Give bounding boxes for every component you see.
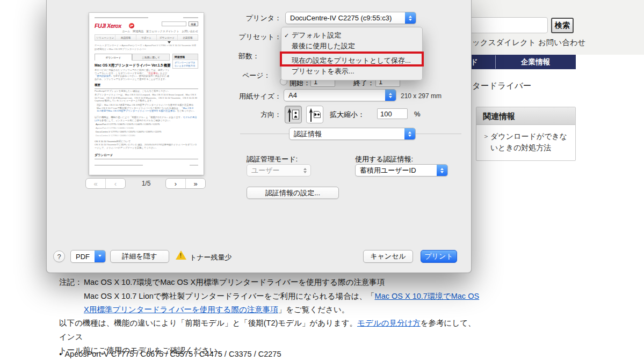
auth-mode-label: 認証管理モード: <box>247 154 298 164</box>
paper-size-label: 用紙サイズ： <box>206 92 281 101</box>
active-tab-marker-icon <box>168 41 171 43</box>
updown-chevrons-icon <box>405 12 416 24</box>
related-info-link[interactable]: ＞ ダウンロードができないときの対処方法 <box>483 131 569 153</box>
updown-chevrons-icon <box>300 165 310 176</box>
auth-credential-label: 使用する認証情報: <box>355 154 413 164</box>
preview-breadcrumb-bar <box>95 17 148 18</box>
page-title: タードライバー <box>472 80 531 92</box>
print-button[interactable]: プリント <box>421 250 457 263</box>
paper-size-select[interactable]: A4 <box>284 89 396 101</box>
menu-item-show-presets[interactable]: プリセットを表示... <box>281 66 422 77</box>
paper-dimensions: 210 x 297 mm <box>401 92 442 100</box>
preview-search-button: 検索 <box>189 21 198 26</box>
printer-label: プリンタ： <box>206 13 281 23</box>
menu-item-last-used-settings[interactable]: 最後に使用した設定 <box>281 41 422 51</box>
preview-footer-page-bar <box>190 165 198 166</box>
print-preview-page: FUJI Xerox 検索 ホーム 関連商品 富士ゼロックスダイレクト お問い合… <box>89 13 204 175</box>
preview-model-3: DocuCentre-V C7775 / C6675 / C5575 / C44… <box>96 130 161 134</box>
copies-label: 部数： <box>238 51 259 61</box>
preview-models-intro: 以下の機種は、機能の違いにより「前期モデル」と「後期(T2)モデル」があります。… <box>95 116 198 122</box>
model-bullet-line: ●ApeosPort-V C7775 / C6675 / C5575 / C44… <box>59 348 483 361</box>
preview-overview-line: PostScript®オプションを追加したい場合は、こちらをご利用ください。 <box>95 90 198 93</box>
preview-tab-strip: ソリューション商品情報サポートダウンロード企業情報 <box>95 34 198 41</box>
updown-chevrons-icon <box>385 90 396 101</box>
checkmark-icon: ✓ <box>284 30 289 41</box>
help-button[interactable]: ? <box>53 251 65 262</box>
menu-item-default-settings[interactable]: ✓ デフォルト設定 <box>281 30 422 41</box>
scale-input[interactable] <box>377 108 408 119</box>
settings-pane-select[interactable]: 認証情報 <box>289 128 416 140</box>
preview-yosemite-body: OS X 10.10 Yosemiteでご利用いただいた場合、2014年10月1… <box>95 143 198 149</box>
related-info-box: 関連情報 ＞ ダウンロードができないときの対処方法 <box>476 107 576 161</box>
preset-label: プリセット： <box>206 32 281 42</box>
preview-search-input <box>162 21 186 26</box>
updown-chevrons-icon <box>404 128 415 139</box>
print-dialog: FUJI Xerox 検索 ホーム 関連商品 富士ゼロックスダイレクト お問い合… <box>46 0 472 273</box>
orientation-label: 方向： <box>206 110 281 120</box>
fuji-xerox-logo: FUJI Xerox <box>95 23 121 29</box>
bullet-icon: ● <box>59 351 62 357</box>
annotation-highlight-box <box>280 51 424 67</box>
nav-item-download[interactable]: ド <box>471 57 478 67</box>
preview-footer-url-bar <box>95 165 143 166</box>
landscape-icon <box>308 107 321 122</box>
preview-topright-bar <box>183 17 198 18</box>
notes-line-1: Mac OS X 10.7環境でMac OS X用標準プリンタードライバーを使用… <box>84 276 479 290</box>
preview-intro: 本サービスに登録されたソフトウェアのご利用に際しては、提供ソフトウェアをいいます… <box>95 69 170 80</box>
preview-nav-links: ホーム 関連商品 富士ゼロックスダイレクト お問い合わせ <box>122 30 198 33</box>
chevron-right-icon: ＞ <box>483 131 489 142</box>
models-line-1: 以下の機種は、機能の違いにより「前期モデル」と「後期(T2)モデル」があります。… <box>59 316 483 344</box>
landscape-orientation-button[interactable] <box>306 106 323 123</box>
hide-details-button[interactable]: 詳細を隠す <box>110 250 169 263</box>
preview-tab-usage: ご利用に際して <box>132 54 170 61</box>
notes-link-2[interactable]: X用標準プリンタードライバーを使用する際の注意事項 <box>84 305 278 314</box>
site-search-button[interactable]: 検索 <box>551 18 574 33</box>
next-page-button[interactable]: › <box>166 179 185 188</box>
link-xerox-direct[interactable]: ックスダイレクト <box>472 38 536 48</box>
portrait-icon <box>287 107 300 122</box>
link-contact[interactable]: お問い合わせ <box>538 38 585 48</box>
first-page-button[interactable]: « <box>86 179 105 188</box>
preview-os-list: 本プリンタードライバーは、Mac OS X 10.5 Leopard、Mac O… <box>95 93 198 102</box>
preview-pager-forward-group: › » <box>165 178 206 189</box>
preview-related-box: 関連情報 ダウンロードができないときの対処方法 <box>172 54 198 69</box>
portrait-orientation-button[interactable] <box>285 106 302 123</box>
chevron-down-icon <box>95 251 105 262</box>
last-page-button[interactable]: » <box>185 179 205 188</box>
notes-block: 注記： Mac OS X 10.7環境でMac OS X用標準プリンタードライバ… <box>59 276 483 317</box>
model-guide-link[interactable]: モデルの見分け方 <box>357 319 421 327</box>
preview-download-heading: ダウンロード <box>95 153 198 159</box>
pdf-menu-button[interactable]: PDF <box>70 250 106 263</box>
warning-icon <box>176 251 186 260</box>
cancel-button[interactable]: キャンセル <box>363 250 413 263</box>
nav-item-corporate[interactable]: 企業情報 <box>495 57 576 67</box>
preview-tab-download: ダウンロード <box>95 54 132 61</box>
printer-select[interactable]: DocuCentre-IV C2275 (c9:55:c3) <box>285 12 416 24</box>
previous-page-button[interactable]: ‹ <box>105 179 125 188</box>
auth-credential-select[interactable]: 蓄積用ユーザーID <box>355 164 448 176</box>
page-indicator: 1/5 <box>127 180 165 187</box>
auth-settings-button[interactable]: 認証情報の設定... <box>247 187 339 199</box>
preview-note: 注記： Mac OS X 10.7環境でMac OS X用標準プリンタードライバ… <box>97 104 198 113</box>
pages-label: ページ： <box>242 71 271 80</box>
preview-model-1: ApeosPort-V C7775 / C6675 / C5575 / C447… <box>96 123 160 127</box>
preview-overview-heading: 概要 <box>95 83 198 89</box>
preview-model-2: ApeosPort-V C7780 / C6680 / C5580 <box>96 127 134 130</box>
site-search-input[interactable] <box>465 17 548 33</box>
notes-line-3: X用標準プリンタードライバーを使用する際の注意事項」をご覧ください。 <box>84 303 479 317</box>
preview-doc-title: Mac OS X用プリンタードライバー Ver.1.5 概要 <box>95 63 171 68</box>
preview-pager-back-group: « ‹ <box>85 178 126 189</box>
fuji-xerox-logo-ball-icon <box>129 23 134 28</box>
updown-chevrons-icon <box>437 165 447 176</box>
scale-label: 拡大縮小： <box>330 110 365 120</box>
related-info-title: 関連情報 <box>476 107 575 125</box>
toner-warning-text: トナー残量少 <box>190 253 232 262</box>
preview-model-4: DocuCentre-V C7780 / C6680 / C5580 <box>96 134 135 138</box>
notes-line-2: Mac OS X 10.7 Lionで弊社製プリンタードライバーをご利用になられ… <box>84 290 479 304</box>
notes-label: 注記： <box>59 276 84 317</box>
preview-breadcrumb: ホーム > ダウンロード > ApeosPortシリーズ > ApeosPort… <box>95 44 198 51</box>
notes-link[interactable]: Mac OS X 10.7環境でMac OS <box>375 292 480 300</box>
scale-unit: % <box>414 110 421 118</box>
auth-mode-select: ユーザー <box>247 164 311 176</box>
